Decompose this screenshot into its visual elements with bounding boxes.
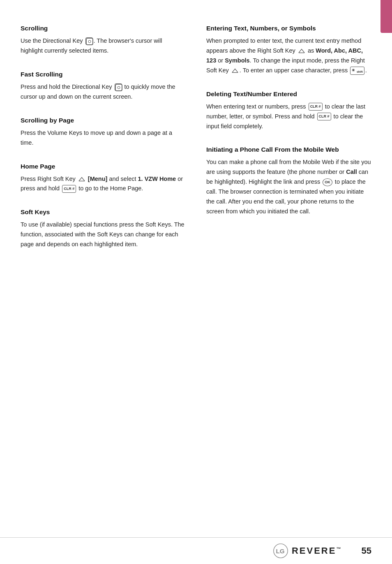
right-column: Entering Text, Numbers, or Symbols When … (206, 25, 371, 264)
section-body-initiating-phone-call: You can make a phone call from the Mobil… (206, 157, 371, 217)
footer: LG REVERE™ 55 (0, 537, 392, 564)
brand-name: REVERE™ (292, 546, 342, 556)
svg-rect-2 (115, 84, 122, 91)
call-label: Call (346, 169, 357, 175)
section-title-soft-keys: Soft Keys (21, 208, 186, 216)
section-body-soft-keys: To use (if available) special functions … (21, 220, 186, 250)
section-body-home-page: Press Right Soft Key [Menu] and select 1… (21, 174, 186, 194)
softkey-icon (78, 176, 85, 183)
section-title-home-page: Home Page (21, 163, 186, 170)
section-soft-keys: Soft Keys To use (if available) special … (21, 208, 186, 250)
section-title-scrolling: Scrolling (21, 25, 186, 32)
section-fast-scrolling: Fast Scrolling Press and hold the Direct… (21, 71, 186, 102)
section-scrolling: Scrolling Use the Directional Key . The … (21, 25, 186, 56)
footer-logo: LG REVERE™ (273, 543, 342, 559)
directional-key-icon-2 (115, 83, 122, 91)
menu-label: [Menu] (88, 176, 108, 182)
section-title-initiating-phone-call: Initiating a Phone Call From the Mobile … (206, 146, 371, 153)
section-initiating-phone-call: Initiating a Phone Call From the Mobile … (206, 146, 371, 217)
section-body-scrolling-by-page: Press the Volume Keys to move up and dow… (21, 128, 186, 148)
softkey-icon-3 (231, 67, 239, 74)
section-entering-text: Entering Text, Numbers, or Symbols When … (206, 25, 371, 76)
trademark-symbol: ™ (336, 546, 342, 551)
svg-rect-0 (86, 38, 93, 45)
page-number: 55 (362, 546, 371, 556)
lg-logo-icon: LG (273, 543, 288, 559)
symbols-label: Symbols (225, 57, 249, 64)
section-body-scrolling: Use the Directional Key . The browser's … (21, 36, 186, 56)
clr-icon-2: CLR # (309, 103, 323, 111)
section-body-fast-scrolling: Press and hold the Directional Key to qu… (21, 82, 186, 102)
section-deleting-text: Deleting Text/Number Entered When enteri… (206, 90, 371, 132)
section-title-deleting-text: Deleting Text/Number Entered (206, 90, 371, 98)
section-body-deleting-text: When entering text or numbers, press CLR… (206, 102, 371, 132)
section-title-fast-scrolling: Fast Scrolling (21, 71, 186, 78)
clr-icon: CLR # (62, 185, 76, 193)
ok-icon: OK (323, 178, 332, 186)
footer-separator (348, 546, 353, 556)
svg-text:LG: LG (276, 548, 285, 555)
left-column: Scrolling Use the Directional Key . The … (21, 25, 186, 264)
vzw-home-label: 1. VZW Home (138, 176, 176, 182)
svg-point-1 (88, 40, 91, 43)
section-body-entering-text: When prompted to enter text, the current… (206, 36, 371, 76)
section-scrolling-by-page: Scrolling by Page Press the Volume Keys … (21, 117, 186, 148)
section-home-page: Home Page Press Right Soft Key [Menu] an… (21, 163, 186, 194)
directional-key-icon (85, 37, 93, 45)
softkey-icon-2 (298, 48, 305, 54)
section-title-entering-text: Entering Text, Numbers, or Symbols (206, 25, 371, 32)
clr-icon-3: CLR # (317, 113, 331, 120)
content-columns: Scrolling Use the Directional Key . The … (21, 25, 371, 264)
svg-point-3 (118, 86, 120, 89)
star-icon: ✳ shift (350, 67, 364, 75)
page-wrapper: Scrolling Use the Directional Key . The … (0, 0, 392, 564)
pink-tab (380, 0, 392, 33)
section-title-scrolling-by-page: Scrolling by Page (21, 117, 186, 124)
